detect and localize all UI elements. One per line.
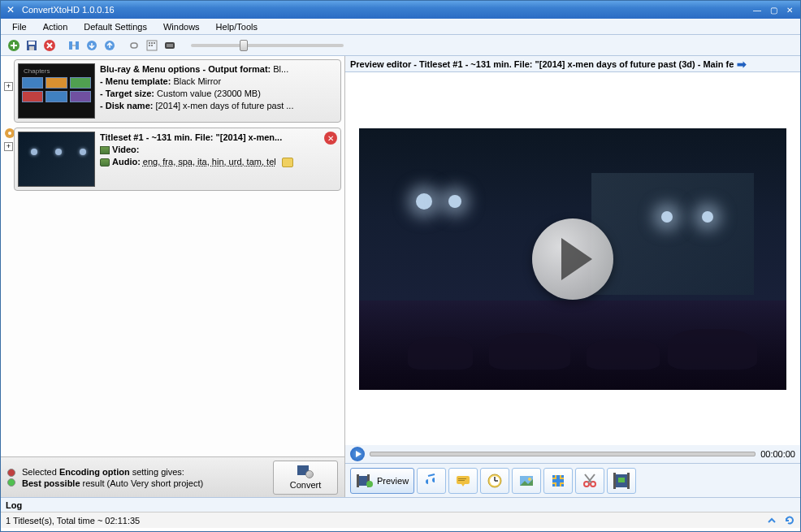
video-track-icon bbox=[100, 146, 110, 154]
audio-tab-icon bbox=[422, 472, 440, 490]
remove-titleset-button[interactable]: ✕ bbox=[324, 132, 337, 145]
preview-tab-icon bbox=[356, 472, 374, 490]
svg-rect-15 bbox=[149, 45, 150, 46]
tab-watermark[interactable] bbox=[607, 468, 636, 494]
svg-rect-13 bbox=[151, 42, 153, 44]
toolbar bbox=[1, 35, 800, 56]
svg-rect-4 bbox=[28, 41, 35, 45]
close-button[interactable]: ✕ bbox=[782, 4, 797, 15]
svg-rect-5 bbox=[29, 46, 34, 50]
menu-default-settings[interactable]: Default Settings bbox=[77, 20, 154, 33]
svg-rect-26 bbox=[458, 478, 466, 479]
menu-template-thumbnail: Chapters bbox=[18, 63, 95, 119]
log-panel-header[interactable]: Log bbox=[1, 497, 800, 512]
play-overlay-button[interactable] bbox=[532, 218, 613, 300]
card2-title: Titleset #1 - ~131 min. File: "[2014] x-… bbox=[100, 132, 282, 142]
audio-track-icon bbox=[100, 158, 110, 167]
next-arrow-icon[interactable]: ➡ bbox=[737, 58, 747, 71]
display-mode-button[interactable] bbox=[162, 37, 178, 54]
editor-tabs: Preview bbox=[345, 463, 800, 497]
maximize-button[interactable]: ▢ bbox=[766, 4, 781, 15]
move-up-button[interactable] bbox=[102, 37, 118, 54]
play-icon bbox=[561, 238, 592, 280]
subtitles-tab-icon bbox=[454, 472, 472, 490]
preview-viewport bbox=[345, 72, 800, 445]
svg-rect-16 bbox=[151, 45, 153, 46]
status-refresh-icon[interactable] bbox=[784, 515, 795, 526]
encoding-status-bar: Selected Encoding option setting gives: … bbox=[1, 456, 344, 497]
svg-rect-36 bbox=[613, 473, 616, 489]
video-thumbnail bbox=[18, 132, 95, 187]
quality-indicator-icon bbox=[7, 469, 15, 487]
left-panel: + Chapters Blu-ray & Menu options - Outp… bbox=[1, 56, 345, 497]
remove-button[interactable] bbox=[41, 37, 58, 54]
status-up-icon[interactable] bbox=[766, 515, 777, 526]
minimize-button[interactable]: — bbox=[750, 4, 764, 15]
tab-chapters[interactable] bbox=[480, 468, 509, 494]
move-down-button[interactable] bbox=[84, 37, 100, 54]
merge-button[interactable] bbox=[66, 37, 82, 54]
preview-header: Preview editor - Titleset #1 - ~131 min.… bbox=[345, 56, 800, 72]
titleset-card[interactable]: Titleset #1 - ~131 min. File: "[2014] x-… bbox=[14, 128, 341, 191]
card1-title: Blu-ray & Menu options - Output format: bbox=[100, 64, 273, 74]
svg-rect-27 bbox=[458, 480, 465, 481]
svg-point-31 bbox=[528, 478, 531, 481]
tab-audio[interactable] bbox=[417, 468, 446, 494]
project-tree: + Chapters Blu-ray & Menu options - Outp… bbox=[1, 56, 344, 456]
bluray-options-card[interactable]: Chapters Blu-ray & Menu options - Output… bbox=[14, 59, 341, 123]
tab-preview[interactable]: Preview bbox=[350, 468, 414, 494]
save-button[interactable] bbox=[24, 37, 40, 54]
svg-rect-37 bbox=[627, 473, 630, 489]
svg-rect-18 bbox=[167, 44, 173, 47]
menu-file[interactable]: File bbox=[6, 20, 33, 33]
play-button[interactable] bbox=[350, 447, 365, 461]
app-logo-icon: ✕ bbox=[4, 3, 17, 16]
svg-rect-7 bbox=[69, 41, 72, 50]
svg-rect-8 bbox=[76, 41, 79, 50]
convert-icon bbox=[297, 465, 314, 478]
svg-rect-38 bbox=[618, 478, 625, 482]
expand-toggle-1[interactable]: + bbox=[4, 82, 13, 91]
svg-point-24 bbox=[366, 481, 373, 487]
svg-rect-12 bbox=[149, 42, 150, 44]
tab-image-settings[interactable] bbox=[512, 468, 541, 494]
svg-rect-22 bbox=[357, 474, 359, 487]
zoom-slider[interactable] bbox=[186, 44, 349, 47]
batch-button[interactable] bbox=[144, 37, 160, 54]
tab-subtitles[interactable] bbox=[448, 468, 478, 494]
menu-action[interactable]: Action bbox=[37, 20, 75, 33]
expand-toggle-2[interactable]: + bbox=[4, 142, 13, 151]
svg-point-20 bbox=[8, 132, 11, 135]
seek-bar[interactable] bbox=[370, 452, 756, 456]
audio-warning-icon bbox=[282, 158, 293, 167]
convert-button[interactable]: Convert bbox=[273, 461, 338, 495]
image-tab-icon bbox=[517, 472, 535, 490]
status-bar: 1 Titleset(s), Total time ~ 02:11:35 bbox=[1, 512, 800, 528]
menu-bar: File Action Default Settings Windows Hel… bbox=[1, 19, 800, 35]
svg-rect-32 bbox=[552, 475, 564, 487]
tab-cut[interactable] bbox=[575, 468, 604, 494]
output-tab-icon bbox=[549, 472, 567, 490]
chapters-tab-icon bbox=[486, 472, 504, 490]
playback-controls: 00:00:00 bbox=[345, 445, 800, 463]
right-panel: Preview editor - Titleset #1 - ~131 min.… bbox=[345, 56, 800, 497]
cut-tab-icon bbox=[581, 472, 599, 490]
window-title: ConvertXtoHD 1.0.0.16 bbox=[22, 5, 750, 15]
watermark-tab-icon bbox=[613, 472, 630, 490]
svg-rect-2 bbox=[11, 45, 17, 46]
link-button[interactable] bbox=[126, 37, 142, 54]
tab-output[interactable] bbox=[543, 468, 573, 494]
menu-help-tools[interactable]: Help/Tools bbox=[210, 20, 264, 33]
title-bar: ✕ ConvertXtoHD 1.0.0.16 — ▢ ✕ bbox=[1, 1, 800, 19]
time-display: 00:00:00 bbox=[760, 449, 795, 459]
add-button[interactable] bbox=[6, 37, 22, 54]
menu-windows[interactable]: Windows bbox=[157, 20, 206, 33]
status-text: 1 Titleset(s), Total time ~ 02:11:35 bbox=[6, 516, 140, 526]
svg-rect-14 bbox=[154, 42, 155, 44]
